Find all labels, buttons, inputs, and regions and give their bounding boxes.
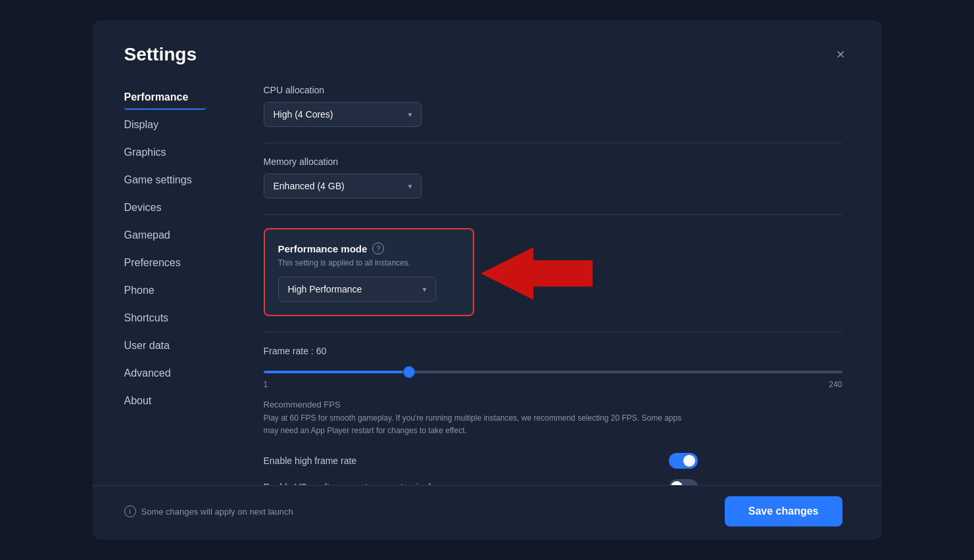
high-frame-rate-toggle[interactable] xyxy=(669,453,698,469)
sidebar-item-shortcuts[interactable]: Shortcuts xyxy=(124,306,206,331)
content-area: CPU allocation High (4 Cores) Low (1 Cor… xyxy=(237,78,882,485)
sidebar-item-performance[interactable]: Performance xyxy=(124,85,206,110)
svg-marker-0 xyxy=(481,247,593,300)
modal-title: Settings xyxy=(124,44,197,65)
performance-mode-select[interactable]: High Performance Balanced Ultra xyxy=(278,277,436,302)
perf-mode-description: This setting is applied to all instances… xyxy=(278,258,460,268)
sidebar-item-devices[interactable]: Devices xyxy=(124,195,206,220)
sidebar-item-graphics[interactable]: Graphics xyxy=(124,140,206,165)
close-button[interactable]: × xyxy=(831,45,850,64)
cpu-allocation-select[interactable]: High (4 Cores) Low (1 Core) Medium (2 Co… xyxy=(264,102,422,127)
footer-info-icon: i xyxy=(124,505,136,517)
memory-allocation-section: Memory allocation Enhanced (4 GB) Low (1… xyxy=(264,156,842,198)
vsync-row: Enable VSync (to prevent screen tearing) xyxy=(264,479,698,485)
red-arrow-icon xyxy=(474,244,593,303)
divider-2 xyxy=(264,214,842,215)
frame-rate-label: Frame rate : 60 xyxy=(264,346,842,356)
sidebar-item-game-settings[interactable]: Game settings xyxy=(124,168,206,193)
sidebar-item-gamepad[interactable]: Gamepad xyxy=(124,223,206,248)
modal-footer: i Some changes will apply on next launch… xyxy=(93,485,882,540)
high-frame-rate-slider xyxy=(669,453,698,469)
slider-range: 1 240 xyxy=(264,380,842,389)
footer-info-text: Some changes will apply on next launch xyxy=(141,507,293,517)
performance-mode-wrapper: Performance mode ? This setting is appli… xyxy=(264,228,842,319)
divider-1 xyxy=(264,143,842,143)
sidebar-item-about[interactable]: About xyxy=(124,388,206,413)
sidebar-item-phone[interactable]: Phone xyxy=(124,278,206,303)
recommended-fps-title: Recommended FPS xyxy=(264,400,842,409)
cpu-allocation-section: CPU allocation High (4 Cores) Low (1 Cor… xyxy=(264,85,842,127)
recommended-fps-desc: Play at 60 FPS for smooth gameplay. If y… xyxy=(264,412,685,437)
divider-3 xyxy=(264,332,842,333)
frame-rate-section: Frame rate : 60 1 240 xyxy=(264,346,842,389)
sidebar: Performance Display Graphics Game settin… xyxy=(93,78,237,485)
perf-mode-help-icon[interactable]: ? xyxy=(372,243,384,254)
frame-rate-slider[interactable] xyxy=(264,371,842,373)
frame-rate-slider-container xyxy=(264,364,842,376)
recommended-fps-section: Recommended FPS Play at 60 FPS for smoot… xyxy=(264,400,842,437)
sidebar-item-user-data[interactable]: User data xyxy=(124,333,206,358)
performance-mode-box: Performance mode ? This setting is appli… xyxy=(264,228,474,316)
high-frame-rate-row: Enable high frame rate xyxy=(264,453,698,469)
sidebar-item-display[interactable]: Display xyxy=(124,112,206,137)
modal-header: Settings × xyxy=(93,20,882,78)
modal-body: Performance Display Graphics Game settin… xyxy=(93,78,882,485)
settings-modal: Settings × Performance Display Graphics … xyxy=(93,20,882,540)
vsync-slider xyxy=(669,479,698,485)
memory-allocation-label: Memory allocation xyxy=(264,156,842,167)
performance-mode-select-wrapper[interactable]: High Performance Balanced Ultra xyxy=(278,277,436,302)
memory-allocation-select-wrapper[interactable]: Enhanced (4 GB) Low (1 GB) Medium (2 GB)… xyxy=(264,174,422,198)
slider-max: 240 xyxy=(829,380,842,389)
sidebar-item-advanced[interactable]: Advanced xyxy=(124,361,206,386)
sidebar-item-preferences[interactable]: Preferences xyxy=(124,250,206,275)
slider-min: 1 xyxy=(264,380,268,389)
cpu-allocation-label: CPU allocation xyxy=(264,85,842,95)
perf-mode-header: Performance mode ? xyxy=(278,243,460,254)
perf-mode-title: Performance mode xyxy=(278,243,368,254)
save-changes-button[interactable]: Save changes xyxy=(725,496,842,526)
high-frame-rate-label: Enable high frame rate xyxy=(264,455,357,466)
vsync-toggle[interactable] xyxy=(669,479,698,485)
cpu-allocation-select-wrapper[interactable]: High (4 Cores) Low (1 Core) Medium (2 Co… xyxy=(264,102,422,127)
memory-allocation-select[interactable]: Enhanced (4 GB) Low (1 GB) Medium (2 GB)… xyxy=(264,174,422,198)
footer-info: i Some changes will apply on next launch xyxy=(124,505,293,517)
